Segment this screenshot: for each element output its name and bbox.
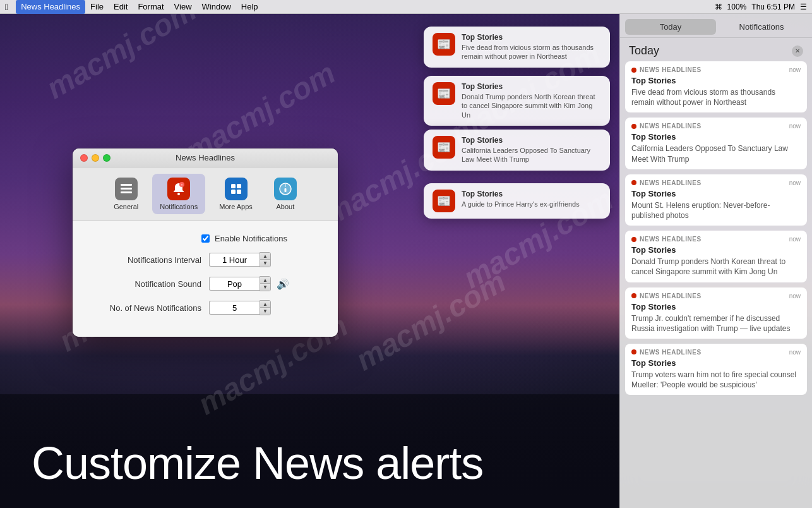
- nc-source-4: NEWS HEADLINES: [631, 293, 702, 299]
- nc-news-item-0[interactable]: NEWS HEADLINES now Top Stories Five dead…: [625, 61, 807, 112]
- count-input[interactable]: [209, 301, 260, 315]
- nc-dot-3: [631, 237, 636, 242]
- nc-news-title-3: Top Stories: [631, 245, 801, 255]
- count-increment-button[interactable]: ▲: [260, 301, 270, 308]
- nc-label-1: NEWS HEADLINES: [640, 123, 702, 130]
- apple-menu[interactable]: : [5, 2, 8, 12]
- interval-input[interactable]: [209, 253, 260, 267]
- nc-time-2: now: [789, 179, 801, 186]
- nc-clear-button[interactable]: ✕: [792, 45, 803, 57]
- svg-point-3: [177, 193, 180, 195]
- notification-sound-row: Notification Sound ▲ ▼ 🔊: [88, 276, 323, 291]
- nc-tabs: Today Notifications: [620, 14, 812, 38]
- menubar-edit[interactable]: Edit: [109, 0, 133, 14]
- notif-icon-2: 📰: [433, 82, 455, 105]
- count-label: No. of News Notifications: [88, 303, 201, 313]
- menubar-view[interactable]: View: [169, 0, 197, 14]
- sound-label: Notification Sound: [88, 279, 201, 289]
- sound-input[interactable]: [209, 277, 260, 291]
- menubar-status: ⌘ 100% Thu 6:51 PM ☰: [715, 3, 807, 11]
- svg-rect-12: [284, 188, 286, 192]
- nc-label-0: NEWS HEADLINES: [640, 66, 702, 73]
- count-decrement-button[interactable]: ▼: [260, 308, 270, 315]
- interval-decrement-button[interactable]: ▼: [260, 260, 270, 267]
- notif-icon-4: 📰: [433, 190, 455, 212]
- nc-news-item-2[interactable]: NEWS HEADLINES now Top Stories Mount St.…: [625, 174, 807, 226]
- notif-title-2: Top Stories: [462, 82, 601, 91]
- prefs-title: News Headlines: [176, 153, 235, 162]
- menubar-help[interactable]: Help: [236, 0, 263, 14]
- menubar-window[interactable]: Window: [197, 0, 236, 14]
- notif-body-4: A guide to Prince Harry's ex-girlfriends: [462, 200, 580, 209]
- notifications-interval-row: Notifications Interval ▲ ▼: [88, 252, 323, 267]
- nc-news-title-4: Top Stories: [631, 302, 801, 311]
- prefs-toolbar: General ! Notifications: [73, 167, 338, 221]
- window-maximize-button[interactable]: [103, 154, 110, 162]
- nc-news-title-5: Top Stories: [631, 358, 801, 368]
- svg-rect-2: [121, 191, 132, 193]
- nc-news-title-1: Top Stories: [631, 132, 801, 142]
- desktop-notification-2[interactable]: 📰 Top Stories Donald Trump ponders North…: [424, 76, 610, 126]
- news-count-row: No. of News Notifications ▲ ▼: [88, 300, 323, 315]
- prefs-tab-general[interactable]: General: [106, 174, 146, 214]
- menubar-app-name[interactable]: News Headlines: [16, 0, 85, 14]
- nc-content[interactable]: NEWS HEADLINES now Top Stories Five dead…: [620, 61, 812, 508]
- notifications-label: Notifications: [160, 203, 198, 210]
- nc-dot-2: [631, 180, 636, 185]
- sound-decrement-button[interactable]: ▼: [260, 284, 270, 291]
- nc-label-4: NEWS HEADLINES: [640, 293, 702, 299]
- notif-body-1: Five dead from vicious storm as thousand…: [462, 43, 601, 61]
- nc-label-3: NEWS HEADLINES: [640, 236, 702, 243]
- nc-news-body-2: Mount St. Helens eruption: Never-before-…: [631, 200, 801, 221]
- moreapps-icon: [225, 178, 248, 200]
- window-minimize-button[interactable]: [92, 154, 99, 162]
- menubar-format[interactable]: Format: [133, 0, 169, 14]
- notif-content-2: Top Stories Donald Trump ponders North K…: [462, 82, 601, 119]
- interval-label: Notifications Interval: [88, 255, 201, 265]
- nc-time-3: now: [789, 236, 801, 243]
- prefs-window: News Headlines General ! Notifications: [73, 148, 338, 337]
- interval-increment-button[interactable]: ▲: [260, 253, 270, 260]
- nc-news-item-1[interactable]: NEWS HEADLINES now Top Stories Californi…: [625, 118, 807, 169]
- nc-time-1: now: [789, 123, 801, 130]
- prefs-tab-moreapps[interactable]: More Apps: [212, 174, 260, 214]
- sound-increment-button[interactable]: ▲: [260, 277, 270, 284]
- nc-label-2: NEWS HEADLINES: [640, 179, 702, 186]
- nc-dot-1: [631, 124, 636, 129]
- svg-rect-8: [231, 190, 236, 194]
- svg-rect-9: [237, 190, 241, 194]
- bottom-tagline: Customize News alerts: [32, 437, 483, 489]
- notifications-icon: !: [167, 178, 190, 200]
- nc-news-body-1: California Leaders Opposed To Sanctuary …: [631, 143, 801, 164]
- nc-tab-today[interactable]: Today: [625, 19, 716, 35]
- svg-rect-1: [121, 188, 132, 190]
- window-controls: [80, 154, 110, 162]
- svg-rect-7: [237, 184, 241, 188]
- prefs-tab-about[interactable]: i About: [266, 174, 304, 214]
- notif-content-1: Top Stories Five dead from vicious storm…: [462, 33, 601, 61]
- desktop-notification-1[interactable]: 📰 Top Stories Five dead from vicious sto…: [424, 27, 610, 68]
- window-close-button[interactable]: [80, 154, 88, 162]
- notif-icon-3: 📰: [433, 136, 455, 159]
- enable-notifications-label: Enable Notifications: [215, 234, 287, 243]
- desktop-notification-4[interactable]: 📰 Top Stories A guide to Prince Harry's …: [424, 183, 610, 219]
- sound-play-button[interactable]: 🔊: [276, 277, 290, 291]
- prefs-tab-notifications[interactable]: ! Notifications: [152, 174, 205, 214]
- nc-tab-notifications[interactable]: Notifications: [716, 19, 807, 35]
- nc-title: Today: [629, 44, 659, 57]
- nc-news-item-4[interactable]: NEWS HEADLINES now Top Stories Trump Jr.…: [625, 287, 807, 339]
- nc-label-5: NEWS HEADLINES: [640, 349, 702, 356]
- notif-title-3: Top Stories: [462, 136, 601, 145]
- nc-dot-0: [631, 68, 636, 73]
- notification-center-icon[interactable]: ☰: [800, 3, 807, 11]
- battery-indicator: 100%: [727, 3, 747, 11]
- desktop-notification-3[interactable]: 📰 Top Stories California Leaders Opposed…: [424, 130, 610, 171]
- nc-news-item-3[interactable]: NEWS HEADLINES now Top Stories Donald Tr…: [625, 231, 807, 282]
- notif-content-3: Top Stories California Leaders Opposed T…: [462, 136, 601, 164]
- sound-stepper-buttons: ▲ ▼: [260, 276, 271, 291]
- about-label: About: [276, 203, 294, 210]
- menubar-file[interactable]: File: [85, 0, 109, 14]
- enable-notifications-checkbox[interactable]: [201, 234, 210, 243]
- nc-news-item-5[interactable]: NEWS HEADLINES now Top Stories Trump vot…: [625, 344, 807, 395]
- notif-content-4: Top Stories A guide to Prince Harry's ex…: [462, 190, 580, 209]
